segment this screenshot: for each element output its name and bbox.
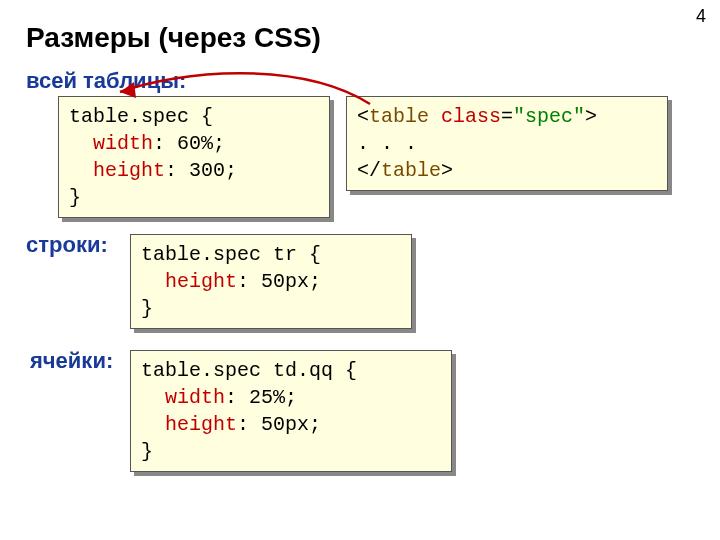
code-keyword-height: height [165, 413, 237, 436]
code-attr-name: class [441, 105, 501, 128]
code-text: : 300; [165, 159, 237, 182]
code-text: : 60%; [153, 132, 225, 155]
code-line: } [141, 440, 153, 463]
code-line: table.spec { [69, 105, 213, 128]
page-title: Размеры (через CSS) [26, 22, 321, 54]
label-cell: ячейки: [30, 348, 113, 374]
code-text: </ [357, 159, 381, 182]
page-number: 4 [696, 6, 706, 27]
code-text: > [585, 105, 597, 128]
code-keyword-width: width [93, 132, 153, 155]
code-box-cell-css: table.spec td.qq { width: 25%; height: 5… [130, 350, 452, 472]
code-text [429, 105, 441, 128]
code-box-table-html: <table class="spec"> . . . </table> [346, 96, 668, 191]
code-tagname: table [369, 105, 429, 128]
code-box-table-css: table.spec { width: 60%; height: 300; } [58, 96, 330, 218]
code-line: } [69, 186, 81, 209]
code-text: : 25%; [225, 386, 297, 409]
code-text: : 50px; [237, 413, 321, 436]
code-keyword-width: width [165, 386, 225, 409]
label-row: строки: [26, 232, 108, 258]
code-text: < [357, 105, 369, 128]
code-text: : 50px; [237, 270, 321, 293]
code-attr-value: "spec" [513, 105, 585, 128]
code-line: } [141, 297, 153, 320]
code-text: . . . [357, 132, 417, 155]
code-box-row-css: table.spec tr { height: 50px; } [130, 234, 412, 329]
code-keyword-height: height [93, 159, 165, 182]
code-text: > [441, 159, 453, 182]
code-tagname: table [381, 159, 441, 182]
code-line: table.spec tr { [141, 243, 321, 266]
label-whole-table: всей таблицы: [26, 68, 186, 94]
code-line: table.spec td.qq { [141, 359, 357, 382]
code-text: = [501, 105, 513, 128]
code-keyword-height: height [165, 270, 237, 293]
